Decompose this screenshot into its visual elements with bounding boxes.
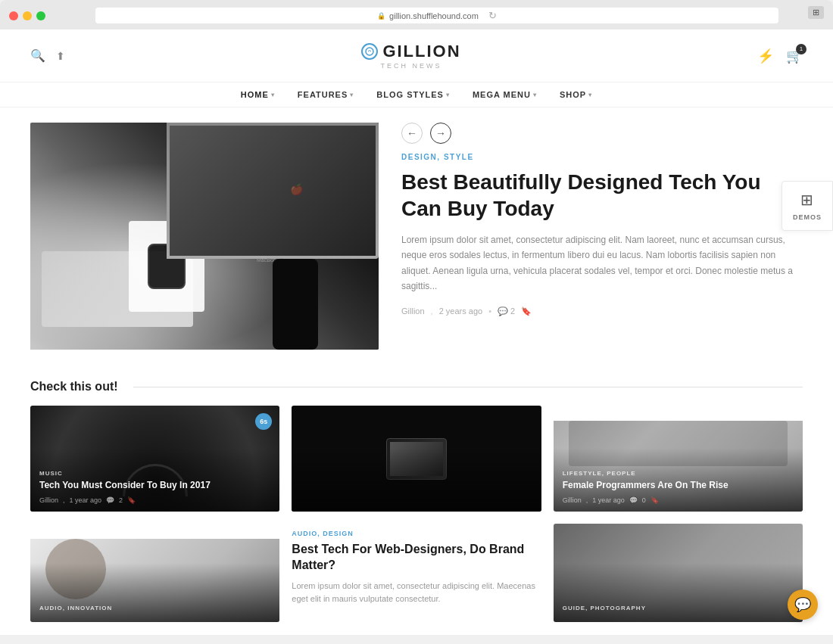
macbook-decoration: MacBook Pro <box>167 123 379 259</box>
maximize-dot[interactable] <box>36 11 45 20</box>
url-text: gillion.shufflehound.com <box>389 11 479 20</box>
card-bottom-3-image: GUIDE, PHOTOGRAPHY <box>554 524 803 622</box>
card-bottom-3-content: GUIDE, PHOTOGRAPHY <box>554 597 803 622</box>
card-3-time: 1 year ago <box>592 496 625 504</box>
minimize-dot[interactable] <box>23 11 32 20</box>
sidebar-button[interactable]: ⊞ <box>808 6 824 19</box>
refresh-icon[interactable]: ↻ <box>488 10 497 21</box>
iphone-decoration <box>273 259 318 350</box>
browser-chrome: 🔒 gillion.shufflehound.com ↻ ⊞ <box>0 0 833 30</box>
cart-badge: 1 <box>796 44 806 54</box>
logo-name: GILLION <box>382 42 460 61</box>
card-text-category: AUDIO, DESIGN <box>292 530 541 537</box>
hero-meta-separator1: , <box>431 306 433 316</box>
card-web-designers[interactable]: AUDIO, DESIGN Best Tech For Web-Designer… <box>292 524 541 622</box>
nav-arrow-features: ▾ <box>350 92 354 98</box>
card-guide-photography[interactable]: GUIDE, PHOTOGRAPHY <box>554 524 803 622</box>
card-1-bookmark-icon[interactable]: 🔖 <box>127 496 136 504</box>
hero-navigation: ← → <box>401 123 803 144</box>
hero-prev-button[interactable]: ← <box>401 123 423 144</box>
section-header: Check this out! <box>30 380 803 394</box>
card-bottom-1-image: AUDIO, INNOVATION <box>30 524 279 622</box>
card-laptop-dark[interactable] <box>292 406 541 512</box>
hero-meta: Gillion , 2 years ago • 💬 2 🔖 <box>401 306 803 316</box>
card-3-author: Gillion <box>563 496 582 504</box>
address-bar[interactable]: 🔒 gillion.shufflehound.com ↻ <box>95 8 778 23</box>
macbook-screen <box>170 126 376 256</box>
comment-icon: 💬 <box>498 306 508 316</box>
search-icon[interactable]: 🔍 <box>30 48 45 63</box>
demos-label: DEMOS <box>793 213 822 221</box>
card-1-content: MUSIC Tech You Must Consider To Buy In 2… <box>30 462 279 512</box>
nav-label-features: FEATURES <box>298 90 348 99</box>
hero-comments: 💬 2 <box>498 306 515 316</box>
card-1-separator: , <box>63 496 65 504</box>
logo-area: GILLION TECH NEWS <box>361 42 460 70</box>
nav-arrow-blog: ▾ <box>446 92 450 98</box>
nav-label-home: HOME <box>241 90 269 99</box>
top-header: 🔍 ⬆ GILLION TECH NEWS ⚡ 🛒 1 <box>0 30 833 82</box>
card-3-comment-icon: 💬 <box>629 496 638 504</box>
card-3-image: LIFESTYLE, PEOPLE Female Programmers Are… <box>554 406 803 512</box>
nav-arrow-shop: ▾ <box>588 92 592 98</box>
card-audio-innovation[interactable]: AUDIO, INNOVATION <box>30 524 279 622</box>
nav-item-features[interactable]: FEATURES ▾ <box>298 90 354 99</box>
card-3-bookmark-icon[interactable]: 🔖 <box>650 496 659 504</box>
card-1-comment-icon: 💬 <box>106 496 114 504</box>
hero-categories: DESIGN, STYLE <box>401 153 803 161</box>
logo-subtitle: TECH NEWS <box>361 62 460 70</box>
card-1-meta: Gillion , 1 year ago 💬 2 🔖 <box>39 496 270 504</box>
demos-icon: ⊞ <box>800 191 813 209</box>
bookmark-icon[interactable]: 🔖 <box>521 306 532 316</box>
svg-point-0 <box>366 48 373 55</box>
demos-button[interactable]: ⊞ DEMOS <box>782 181 833 231</box>
card-3-meta: Gillion , 1 year ago 💬 0 🔖 <box>563 496 794 504</box>
cards-grid-bottom: AUDIO, INNOVATION AUDIO, DESIGN Best Tec… <box>30 524 803 622</box>
header-left: 🔍 ⬆ <box>30 48 65 63</box>
hero-meta-separator2: • <box>488 306 491 316</box>
card-1-image: 6s MUSIC Tech You Must Consider To Buy I… <box>30 406 279 512</box>
chat-button[interactable]: 💬 <box>788 590 818 620</box>
section-divider <box>133 387 803 387</box>
browser-titlebar: 🔒 gillion.shufflehound.com ↻ ⊞ <box>0 8 833 30</box>
card-1-author: Gillion <box>39 496 58 504</box>
nav-item-blog-styles[interactable]: BLOG STYLES ▾ <box>376 90 450 99</box>
main-nav: HOME ▾ FEATURES ▾ BLOG STYLES ▾ MEGA MEN… <box>0 82 833 107</box>
nav-item-home[interactable]: HOME ▾ <box>241 90 275 99</box>
logo[interactable]: GILLION <box>361 42 460 61</box>
nav-item-shop[interactable]: SHOP ▾ <box>560 90 592 99</box>
card-1-time: 1 year ago <box>70 496 102 504</box>
nav-arrow-home: ▾ <box>271 92 275 98</box>
card-2-image <box>292 406 541 512</box>
nav-item-mega-menu[interactable]: MEGA MENU ▾ <box>473 90 537 99</box>
hero-next-button[interactable]: → <box>430 123 451 144</box>
close-dot[interactable] <box>9 11 18 20</box>
cart-icon[interactable]: 🛒 1 <box>786 48 803 64</box>
card-female-programmers[interactable]: LIFESTYLE, PEOPLE Female Programmers Are… <box>554 406 803 512</box>
section-title: Check this out! <box>30 380 118 394</box>
hero-author: Gillion <box>401 306 425 316</box>
card-3-category: LIFESTYLE, PEOPLE <box>563 470 794 477</box>
hero-content: ← → DESIGN, STYLE Best Beautifully Desig… <box>401 123 803 316</box>
nav-label-shop: SHOP <box>560 90 586 99</box>
notification-icon[interactable]: ⚡ <box>757 48 774 64</box>
card-text-excerpt: Lorem ipsum dolor sit amet, consectetur … <box>292 580 541 606</box>
chat-icon: 💬 <box>794 596 811 613</box>
hero-image[interactable]: MacBook Pro 🍎 <box>30 123 379 350</box>
lock-icon: 🔒 <box>377 12 385 20</box>
card-3-title: Female Programmers Are On The Rise <box>563 480 794 492</box>
share-icon[interactable]: ⬆ <box>56 50 65 62</box>
apple-logo-decoration: 🍎 <box>290 183 303 195</box>
card-text-content: AUDIO, DESIGN Best Tech For Web-Designer… <box>292 524 541 612</box>
hero-time: 2 years ago <box>439 306 482 316</box>
card-3-separator: , <box>586 496 588 504</box>
page: 🔍 ⬆ GILLION TECH NEWS ⚡ 🛒 1 HOME ▾ <box>0 30 833 635</box>
card-3-comments: 0 <box>642 496 646 504</box>
cards-grid-top: 6s MUSIC Tech You Must Consider To Buy I… <box>30 406 803 512</box>
nav-arrow-mega: ▾ <box>533 92 537 98</box>
nav-label-blog: BLOG STYLES <box>376 90 444 99</box>
hero-excerpt: Lorem ipsum dolor sit amet, consectetur … <box>401 232 803 294</box>
hero-title: Best Beautifully Designed Tech You Can B… <box>401 169 803 222</box>
card-tech-2017[interactable]: 6s MUSIC Tech You Must Consider To Buy I… <box>30 406 279 512</box>
check-this-out-section: Check this out! 6s MUSIC Tech You Must C… <box>0 365 833 622</box>
